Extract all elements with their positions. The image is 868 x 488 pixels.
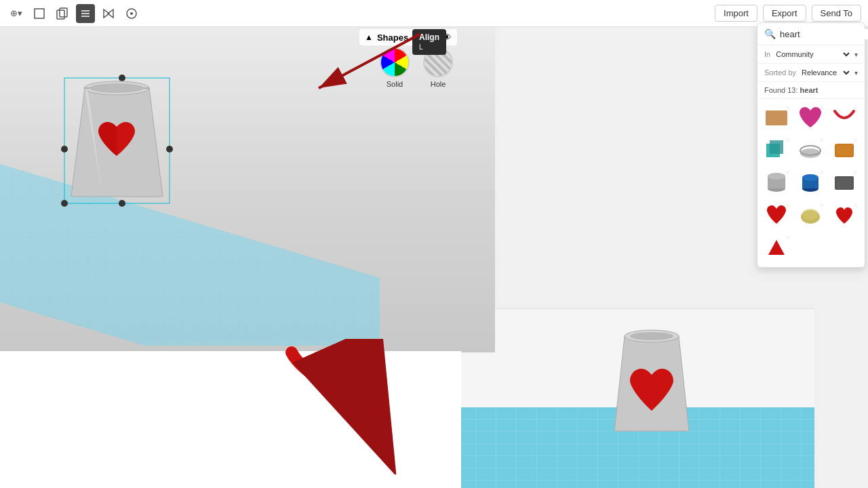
pointer-tool[interactable]: ⊕▾ <box>7 4 26 23</box>
filter-sort-chevron: ▾ <box>854 69 858 77</box>
copy-tool[interactable] <box>53 4 72 23</box>
shapes-title: Shapes <box>377 33 408 43</box>
svg-point-27 <box>630 332 673 340</box>
result-item-12[interactable]: ☆ <box>829 201 859 230</box>
send-to-button[interactable]: Send To <box>812 5 861 22</box>
results-query: heart <box>800 86 818 94</box>
align-sublabel: L <box>419 43 423 51</box>
import-button[interactable]: Import <box>715 5 757 22</box>
svg-rect-28 <box>766 110 787 125</box>
align-tool[interactable] <box>76 4 95 23</box>
filter-sort-select[interactable]: Relevance Newest Popular <box>799 68 852 77</box>
search-results-grid: ☆ ☆ ☆ ☆ ☆ ☆ ☆ <box>757 99 865 267</box>
box-tool[interactable] <box>30 4 49 23</box>
bottom-bar <box>0 351 461 488</box>
align-tooltip: Align L <box>412 29 446 55</box>
result-item-13[interactable]: ☆ <box>762 233 791 263</box>
result-item-1[interactable]: ☆ <box>762 103 791 133</box>
result-item-2[interactable]: ☆ <box>795 103 825 133</box>
result-item-5[interactable]: ☆ <box>795 136 825 165</box>
svg-point-16 <box>61 200 68 207</box>
filter-sort-label: Sorted by <box>764 68 796 77</box>
shapes-collapse-icon[interactable]: ▲ <box>365 33 373 42</box>
ruler-tool[interactable] <box>122 4 141 23</box>
search-header: 🔍 ✕ <box>757 23 865 45</box>
results-prefix: Found 13: <box>764 86 798 94</box>
preview-svg <box>455 309 814 488</box>
toolbar-right: Import Export Send To <box>715 5 861 22</box>
star-icon-12: ☆ <box>853 202 858 208</box>
search-filter-in: In Community My Shapes Featured ▾ <box>757 45 865 64</box>
solid-label: Solid <box>387 80 403 88</box>
main-toolbar: ⊕▾ Import Export Send To <box>0 0 868 27</box>
result-item-10[interactable]: ☆ <box>762 201 791 230</box>
hole-label: Hole <box>431 80 446 88</box>
toolbar-left: ⊕▾ <box>7 4 715 23</box>
search-panel: 🔍 ✕ In Community My Shapes Featured ▾ So… <box>757 22 865 268</box>
svg-rect-1 <box>57 10 64 19</box>
star-icon-13: ☆ <box>785 235 790 241</box>
result-item-3[interactable]: ☆ <box>829 103 859 133</box>
filter-in-select[interactable]: Community My Shapes Featured <box>773 49 852 59</box>
svg-point-9 <box>130 12 133 15</box>
star-icon-7: ☆ <box>785 169 790 176</box>
svg-point-40 <box>802 174 818 181</box>
svg-rect-34 <box>836 145 852 156</box>
svg-point-37 <box>768 173 785 180</box>
export-button[interactable]: Export <box>763 5 806 22</box>
result-item-9[interactable]: ☆ <box>829 168 859 198</box>
search-results-header: Found 13: heart <box>757 82 865 99</box>
star-icon-6: ☆ <box>853 137 858 143</box>
result-item-11[interactable]: ☆ <box>795 201 825 230</box>
star-icon-2: ☆ <box>819 104 824 110</box>
svg-rect-0 <box>35 9 44 18</box>
star-icon-5: ☆ <box>819 137 824 143</box>
svg-rect-42 <box>836 178 852 188</box>
star-icon-8: ☆ <box>819 169 824 176</box>
svg-rect-11 <box>0 156 380 346</box>
mirror-tool[interactable] <box>99 4 118 23</box>
result-item-8[interactable]: ☆ <box>795 168 825 198</box>
solid-icon <box>380 47 410 77</box>
svg-point-14 <box>166 146 173 152</box>
final-preview-area <box>454 308 814 488</box>
star-icon-10: ☆ <box>785 202 790 208</box>
svg-marker-45 <box>768 240 785 255</box>
star-icon-1: ☆ <box>785 104 790 110</box>
cup-svg <box>61 75 176 210</box>
filter-in-label: In <box>764 50 770 58</box>
star-icon-9: ☆ <box>853 169 858 176</box>
svg-point-15 <box>119 200 125 207</box>
star-icon-11: ☆ <box>819 202 824 208</box>
result-item-6[interactable]: ☆ <box>829 136 859 165</box>
star-icon-4: ☆ <box>785 137 790 143</box>
star-icon-3: ☆ <box>853 104 858 110</box>
solid-material-button[interactable]: Solid <box>380 47 410 88</box>
svg-rect-30 <box>770 140 783 154</box>
result-item-4[interactable]: ☆ <box>762 136 791 165</box>
3d-cup-object[interactable] <box>61 75 176 213</box>
svg-point-13 <box>119 75 125 81</box>
search-icon: 🔍 <box>764 28 776 39</box>
svg-point-19 <box>90 83 144 93</box>
svg-point-44 <box>802 209 818 220</box>
filter-in-chevron: ▾ <box>854 51 858 58</box>
search-filter-sort: Sorted by Relevance Newest Popular ▾ <box>757 64 865 82</box>
svg-point-17 <box>61 146 68 152</box>
result-item-7[interactable]: ☆ <box>762 168 791 198</box>
align-label: Align <box>419 33 439 42</box>
search-input[interactable] <box>780 29 868 39</box>
svg-marker-7 <box>108 9 113 18</box>
svg-rect-2 <box>60 8 67 17</box>
